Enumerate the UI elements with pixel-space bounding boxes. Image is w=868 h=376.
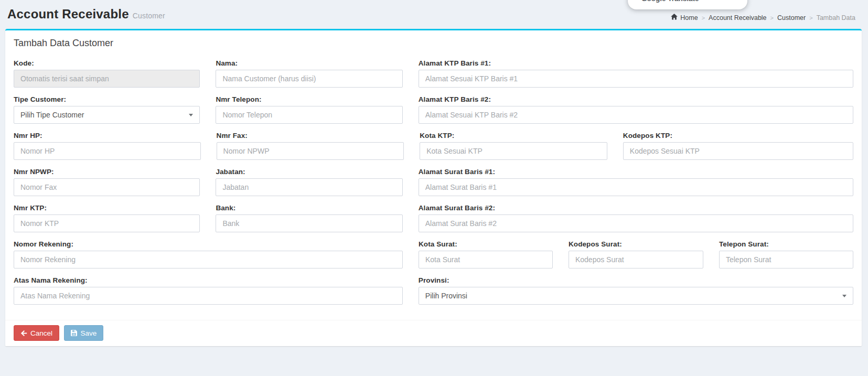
arrow-left-icon	[20, 330, 27, 337]
tipe-customer-value: Pilih Tipe Customer	[20, 111, 84, 119]
nama-label: Nama:	[216, 59, 402, 67]
nmr-ktp-label: Nmr KTP:	[14, 204, 200, 212]
alamat-surat-2-label: Alamat Surat Baris #2:	[419, 204, 853, 212]
breadcrumb-separator: >	[702, 15, 705, 21]
tipe-customer-label: Tipe Customer:	[14, 95, 200, 103]
field-nmr-telepon: Nmr Telepon:	[216, 95, 402, 124]
jabatan-input[interactable]	[216, 178, 402, 196]
field-kota-ktp: Kota KTP:	[420, 132, 607, 160]
atas-nama-rekening-input[interactable]	[14, 287, 403, 305]
field-kota-surat: Kota Surat:	[419, 240, 553, 268]
kota-surat-input[interactable]	[419, 251, 553, 268]
alamat-surat-1-label: Alamat Surat Baris #1:	[419, 168, 853, 176]
nmr-hp-input[interactable]	[14, 142, 201, 160]
nomor-rekening-input[interactable]	[14, 251, 403, 268]
kodepos-surat-input[interactable]	[569, 251, 703, 268]
alamat-surat-1-input[interactable]	[419, 178, 853, 196]
breadcrumb-separator: >	[809, 15, 812, 21]
nomor-rekening-label: Nomor Rekening:	[14, 240, 403, 248]
breadcrumb-customer[interactable]: Customer	[777, 14, 806, 22]
field-kodepos-surat: Kodepos Surat:	[569, 240, 703, 268]
alamat-ktp-1-label: Alamat KTP Baris #1:	[419, 59, 853, 67]
panel-title: Tambah Data Customer	[5, 30, 862, 49]
page-title: Account ReceivableCustomer	[7, 7, 165, 22]
alamat-ktp-2-label: Alamat KTP Baris #2:	[419, 95, 853, 103]
panel-footer: Cancel Save	[5, 320, 862, 346]
page-subtitle: Customer	[133, 12, 165, 20]
provinsi-label: Provinsi:	[419, 276, 853, 284]
nmr-ktp-input[interactable]	[14, 214, 200, 232]
field-alamat-ktp-2: Alamat KTP Baris #2:	[419, 95, 853, 124]
nmr-telepon-input[interactable]	[216, 106, 402, 124]
field-nama: Nama:	[216, 59, 402, 88]
google-translate-label: Google Translate	[641, 0, 699, 3]
nama-input[interactable]	[216, 70, 402, 88]
breadcrumb: Home > Account Receivable > Customer > T…	[671, 14, 855, 22]
page-title-text: Account Receivable	[7, 7, 129, 21]
kodepos-surat-label: Kodepos Surat:	[569, 240, 703, 248]
provinsi-value: Pilih Provinsi	[425, 292, 467, 300]
atas-nama-rekening-label: Atas Nama Rekening:	[14, 276, 403, 284]
alamat-surat-2-input[interactable]	[419, 214, 853, 232]
field-atas-nama-rekening: Atas Nama Rekening:	[14, 276, 403, 305]
nmr-telepon-label: Nmr Telepon:	[216, 95, 402, 103]
field-kode: Kode:	[14, 59, 200, 88]
field-telepon-surat: Telepon Surat:	[719, 240, 853, 268]
bank-input[interactable]	[216, 214, 402, 232]
chevron-down-icon	[189, 114, 193, 116]
google-translate-popup[interactable]: Google Translate	[628, 0, 747, 9]
kota-surat-label: Kota Surat:	[419, 240, 553, 248]
kodepos-ktp-input[interactable]	[623, 142, 853, 160]
field-nmr-hp: Nmr HP:	[14, 132, 201, 160]
telepon-surat-label: Telepon Surat:	[719, 240, 853, 248]
field-tipe-customer: Tipe Customer: Pilih Tipe Customer	[14, 95, 200, 124]
save-button-label: Save	[80, 329, 97, 337]
kota-ktp-label: Kota KTP:	[420, 132, 607, 139]
cancel-button-label: Cancel	[30, 329, 52, 337]
field-jabatan: Jabatan:	[216, 168, 402, 196]
field-alamat-surat-1: Alamat Surat Baris #1:	[419, 168, 853, 196]
field-provinsi: Provinsi: Pilih Provinsi	[419, 276, 853, 305]
field-alamat-ktp-1: Alamat KTP Baris #1:	[419, 59, 853, 88]
customer-form: Kode: Nama: Alamat KTP Baris #1: Tipe Cu…	[5, 49, 862, 305]
save-icon	[71, 330, 77, 336]
nmr-hp-label: Nmr HP:	[14, 132, 201, 139]
field-nmr-ktp: Nmr KTP:	[14, 204, 200, 232]
kodepos-ktp-label: Kodepos KTP:	[623, 132, 853, 139]
breadcrumb-home-label: Home	[680, 14, 698, 22]
cancel-button[interactable]: Cancel	[14, 325, 59, 341]
breadcrumb-separator: >	[770, 15, 774, 21]
provinsi-select[interactable]: Pilih Provinsi	[419, 287, 853, 305]
field-nmr-fax: Nmr Fax:	[217, 132, 404, 160]
bank-label: Bank:	[216, 204, 402, 212]
kode-label: Kode:	[14, 59, 200, 67]
nmr-npwp-input[interactable]	[14, 178, 200, 196]
field-alamat-surat-2: Alamat Surat Baris #2:	[419, 204, 853, 232]
kota-ktp-input[interactable]	[420, 142, 607, 160]
field-nmr-npwp: Nmr NPWP:	[14, 168, 200, 196]
tipe-customer-select[interactable]: Pilih Tipe Customer	[14, 106, 200, 124]
field-nomor-rekening: Nomor Rekening:	[14, 240, 403, 268]
save-button[interactable]: Save	[64, 325, 103, 341]
nmr-npwp-label: Nmr NPWP:	[14, 168, 200, 176]
field-kodepos-ktp: Kodepos KTP:	[623, 132, 853, 160]
breadcrumb-tambah-data: Tambah Data	[817, 14, 855, 22]
nmr-fax-input[interactable]	[217, 142, 404, 160]
nmr-fax-label: Nmr Fax:	[217, 132, 404, 139]
tambah-data-customer-panel: Tambah Data Customer Kode: Nama: Alamat …	[5, 29, 862, 346]
telepon-surat-input[interactable]	[719, 251, 853, 268]
breadcrumb-home[interactable]: Home	[671, 14, 698, 22]
alamat-ktp-1-input[interactable]	[419, 70, 853, 88]
home-icon	[671, 14, 678, 22]
kode-input	[14, 70, 200, 88]
chevron-down-icon	[842, 295, 846, 297]
jabatan-label: Jabatan:	[216, 168, 402, 176]
field-bank: Bank:	[216, 204, 402, 232]
breadcrumb-account-receivable[interactable]: Account Receivable	[709, 14, 766, 22]
alamat-ktp-2-input[interactable]	[419, 106, 853, 124]
